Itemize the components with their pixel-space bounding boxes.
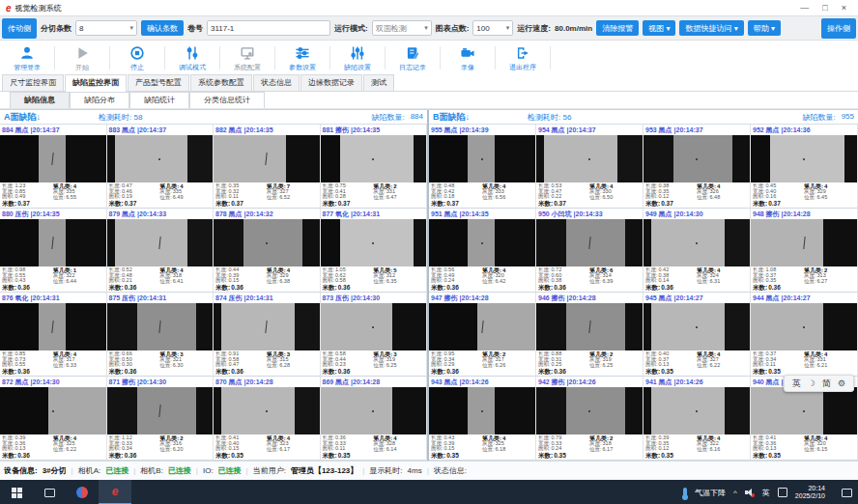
defect-cell[interactable]: 873 压伤 |20:14:30 长度:0.58 宽度:0.44 面积:0.23… <box>321 293 428 377</box>
defect-image[interactable] <box>429 387 535 434</box>
subtab-defect-info[interactable]: 缺陷信息 <box>10 92 70 108</box>
admin-login-button[interactable]: 管理登录 <box>2 41 52 75</box>
ime-icon[interactable] <box>778 488 787 497</box>
defect-cell[interactable]: 949 黑点 |20:14:30 长度:0.42 宽度:0.38 面积:0.14… <box>644 209 751 293</box>
maximize-button[interactable]: □ <box>822 3 827 13</box>
defect-image[interactable] <box>644 219 750 266</box>
defect-cell[interactable]: 943 黑点 |20:14:26 长度:0.43 宽度:0.39 面积:0.15… <box>429 377 536 461</box>
ime-lang-simplified[interactable]: 简 <box>822 378 831 390</box>
subtab-defect-statistics[interactable]: 缺陷统计 <box>129 92 189 108</box>
roll-number-input[interactable]: 3117-1 <box>207 20 330 36</box>
defect-cell[interactable]: 874 压伤 |20:14:31 长度:0.91 宽度:0.58 面积:0.47… <box>214 293 321 377</box>
defect-image[interactable] <box>536 303 643 350</box>
defect-cell[interactable]: 876 氧化 |20:14:31 长度:0.85 宽度:0.73 面积:0.55… <box>0 293 107 377</box>
task-view-button[interactable] <box>33 480 66 504</box>
help-menu-button[interactable]: 帮助 ▾ <box>748 20 781 36</box>
floating-ime-bar[interactable]: 英 ☽ 简 ⚙ <box>784 375 854 392</box>
defect-cell[interactable]: 883 黑点 |20:14:37 长度:0.47 宽度:0.46 面积:0.19… <box>107 125 214 209</box>
defect-image[interactable] <box>536 387 643 434</box>
view-menu-button[interactable]: 视图 ▾ <box>643 20 675 36</box>
defect-cell[interactable]: 875 压伤 |20:14:31 长度:0.66 宽度:0.50 面积:0.30… <box>107 293 214 377</box>
defect-cell[interactable]: 955 黑点 |20:14:39 长度:0.48 宽度:0.42 面积:0.18… <box>429 125 536 209</box>
panel-a-title[interactable]: A面缺陷↓ <box>4 111 41 124</box>
defect-cell[interactable]: 950 小凹坑 |20:14:33 长度:0.72 宽度:0.60 面积:0.3… <box>536 209 644 293</box>
defect-image[interactable] <box>214 387 320 434</box>
debug-mode-button[interactable]: 调试模式 <box>167 41 217 75</box>
defect-cell[interactable]: 947 擦伤 |20:14:28 长度:0.95 宽度:0.34 面积:0.29… <box>429 293 536 377</box>
taskbar-app-1[interactable] <box>66 480 99 504</box>
tab-test[interactable]: 测试 <box>363 74 394 91</box>
defect-cell[interactable]: 869 黑点 |20:14:28 长度:0.36 宽度:0.33 面积:0.11… <box>321 377 428 461</box>
ime-lang-en[interactable]: 英 <box>792 378 801 390</box>
defect-image[interactable] <box>751 387 857 434</box>
chart-points-select[interactable]: 100▾ <box>472 20 513 36</box>
hidden-icons-chevron[interactable]: ^ <box>733 489 737 497</box>
moon-icon[interactable]: ☽ <box>808 378 815 388</box>
stop-button[interactable]: 停止 <box>112 41 162 75</box>
defect-cell[interactable]: 954 黑点 |20:14:37 长度:0.53 宽度:0.47 面积:0.22… <box>536 125 644 209</box>
tab-system-param-config[interactable]: 系统参数配置 <box>190 74 252 91</box>
start-button[interactable]: 开始 <box>57 41 107 75</box>
split-count-select[interactable]: 8▾ <box>75 20 137 36</box>
defect-cell[interactable]: 945 黑点 |20:14:27 长度:0.40 宽度:0.37 面积:0.13… <box>644 293 751 377</box>
defect-cell[interactable]: 951 黑点 |20:14:35 长度:0.56 宽度:0.49 面积:0.24… <box>429 209 536 293</box>
defect-image[interactable] <box>321 219 427 266</box>
close-button[interactable]: × <box>842 3 846 13</box>
defect-cell[interactable]: 870 黑点 |20:14:28 长度:0.41 宽度:0.40 面积:0.15… <box>214 377 321 461</box>
defect-image[interactable] <box>214 219 320 266</box>
defect-image[interactable] <box>107 303 214 350</box>
defect-cell[interactable]: 944 黑点 |20:14:27 长度:0.37 宽度:0.34 面积:0.11… <box>751 293 858 377</box>
defect-image[interactable] <box>321 135 427 182</box>
subtab-class-info-statistics[interactable]: 分类信息统计 <box>189 92 265 108</box>
start-button-windows[interactable] <box>0 480 33 504</box>
defect-cell[interactable]: 884 黑点 |20:14:37 长度:1.23 宽度:0.85 面积:0.49… <box>0 125 107 209</box>
panel-b-title[interactable]: B面缺陷↓ <box>433 111 470 124</box>
defect-cell[interactable]: 879 黑点 |20:14:33 长度:0.52 宽度:0.48 面积:0.21… <box>107 209 214 293</box>
defect-image[interactable] <box>321 387 427 434</box>
record-video-button[interactable]: 录像 <box>443 41 493 75</box>
defect-cell[interactable]: 942 擦伤 |20:14:26 长度:0.79 宽度:0.33 面积:0.24… <box>536 377 644 461</box>
defect-cell[interactable]: 877 氧化 |20:14:31 长度:1.05 宽度:0.62 面积:0.58… <box>321 209 428 293</box>
defect-cell[interactable]: 952 黑点 |20:14:36 长度:0.45 宽度:0.40 面积:0.16… <box>751 125 858 209</box>
tab-defect-monitor[interactable]: 缺陷监控界面 <box>65 74 127 92</box>
defect-image[interactable] <box>107 135 214 182</box>
exit-program-button[interactable]: 退出程序 <box>498 41 548 75</box>
defect-cell[interactable]: 941 黑点 |20:14:26 长度:0.39 宽度:0.35 面积:0.12… <box>644 377 751 461</box>
defect-cell[interactable]: 948 擦伤 |20:14:28 长度:1.08 宽度:0.37 面积:0.35… <box>751 209 858 293</box>
defect-image[interactable] <box>429 219 535 266</box>
defect-cell[interactable]: 871 擦伤 |20:14:30 长度:1.12 宽度:0.33 面积:0.34… <box>107 377 214 461</box>
language-indicator[interactable]: 英 <box>762 488 770 498</box>
defect-settings-button[interactable]: 缺陷设置 <box>332 41 383 75</box>
tab-status-info[interactable]: 状态信息 <box>253 74 300 91</box>
defect-image[interactable] <box>536 219 643 266</box>
tab-size-monitor[interactable]: 尺寸监控界面 <box>2 74 64 91</box>
drive-side-button[interactable]: 传动侧 <box>2 18 37 39</box>
defect-image[interactable] <box>0 387 106 434</box>
defect-image[interactable] <box>214 303 320 350</box>
run-mode-select[interactable]: 双面检测▾ <box>372 20 432 36</box>
data-quick-access-button[interactable]: 数据快捷访问 ▾ <box>679 20 743 36</box>
defect-cell[interactable]: 880 压伤 |20:14:35 长度:0.98 宽度:0.55 面积:0.43… <box>0 209 107 293</box>
subtab-defect-distribution[interactable]: 缺陷分布 <box>70 92 129 108</box>
defect-image[interactable] <box>321 303 427 350</box>
defect-image[interactable] <box>644 387 750 434</box>
clock[interactable]: 20:14 2025/2/10 <box>795 485 825 500</box>
defect-image[interactable] <box>751 219 857 266</box>
tab-product-model-config[interactable]: 产品型号配置 <box>128 74 189 91</box>
defect-cell[interactable]: 878 黑点 |20:14:32 长度:0.44 宽度:0.39 面积:0.15… <box>214 209 321 293</box>
defect-image[interactable] <box>107 219 214 266</box>
notification-center-icon[interactable] <box>842 489 852 497</box>
defect-image[interactable] <box>751 303 857 350</box>
gear-icon[interactable]: ⚙ <box>838 378 845 388</box>
defect-cell[interactable]: 882 黑点 |20:14:35 长度:0.35 宽度:0.32 面积:0.11… <box>214 125 321 209</box>
parameter-settings-button[interactable]: 参数设置 <box>277 41 328 75</box>
defect-image[interactable] <box>0 219 106 266</box>
defect-image[interactable] <box>751 135 857 182</box>
log-record-button[interactable]: 日志记录 <box>387 41 438 75</box>
defect-image[interactable] <box>536 135 643 182</box>
tab-edge-data-record[interactable]: 边缘数据记录 <box>300 74 362 91</box>
confirm-count-button[interactable]: 确认条数 <box>141 20 184 36</box>
defect-image[interactable] <box>107 387 214 434</box>
defect-cell[interactable]: 881 擦伤 |20:14:35 长度:0.75 宽度:0.41 面积:0.28… <box>321 125 428 209</box>
defect-image[interactable] <box>644 303 750 350</box>
